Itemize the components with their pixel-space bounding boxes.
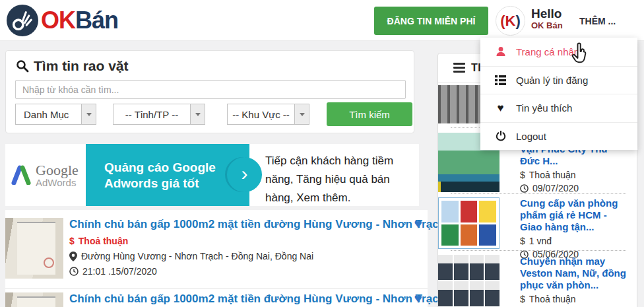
listing-location: Đường Hùng Vương - Nhơn Trạch - Đồng Nai… [69,251,401,261]
listing-price: $ Thoả thuận [69,236,401,246]
listing-feed: Chính chủ bán gấp 1000m2 mặt tiền đường … [5,210,428,307]
search-submit-button[interactable]: Tìm kiếm [327,102,412,126]
adwords-banner[interactable]: Google AdWords Quảng cáo Google Adwords … [5,144,419,206]
listing-thumbnail[interactable] [5,218,63,279]
favorite-heart-icon[interactable]: ♥ [414,291,422,305]
province-select[interactable]: -- Tỉnh/TP -- [113,104,205,125]
listing-title-link[interactable]: Chính chủ bán gấp 1000m2 mặt tiền đường … [69,218,401,231]
search-icon [16,59,29,73]
sidebar-thumbnail[interactable] [438,197,499,249]
location-pin-icon [69,252,77,261]
sidebar-item-price: $ 1 vnđ [520,236,626,246]
search-panel-title: Tìm tin rao vặt [16,58,129,74]
banner-arrow-icon: › [227,157,262,192]
hamburger-icon [453,63,465,73]
dollar-icon: $ [520,294,525,304]
header: OKBán ĐĂNG TIN MIỄN PHÍ (K) Hello OK Bán… [0,0,644,41]
divider [451,250,626,251]
dollar-icon: $ [520,236,525,246]
google-adwords-logo: Google AdWords [11,144,86,206]
sidebar-item-price: $ Thoả thuận [520,294,626,304]
chevron-down-icon [294,104,309,124]
sidebar-item-title-link[interactable]: Cung cấp văn phòng phẩm giá rẻ HCM - Gia… [520,197,626,233]
sidebar-thumbnail[interactable] [438,255,499,306]
favorite-heart-icon[interactable]: ♥ [414,217,422,230]
dollar-icon: $ [69,236,75,246]
user-icon [495,46,506,57]
user-dropdown-menu: Trang cá nhân Quản lý tin đăng ♥ Tin yêu… [480,38,637,150]
search-input[interactable] [15,80,406,99]
listing-row: Chính chủ bán gấp 1000m2 mặt tiền đường … [5,214,428,284]
chevron-down-icon [190,104,205,124]
sidebar-item-title-link[interactable]: Chuyên nhận may Veston Nam, Nữ, đồng phụ… [520,256,626,291]
adwords-wordmark: AdWords [36,178,79,188]
listing-time: 21:01 .15/07/2020 [69,266,401,277]
power-icon [495,131,506,142]
category-select[interactable]: Danh Mục [15,104,96,125]
menu-item-manage-ads[interactable]: Quản lý tin đăng [480,66,637,94]
greeting-text: Hello [531,7,563,21]
chevron-down-icon [81,104,96,124]
site-logo[interactable]: OKBán [7,5,118,36]
sidebar-item-date: 09/07/2020 [520,183,626,193]
district-select[interactable]: -- Khu Vực -- [227,104,309,125]
listing-thumbnail[interactable] [5,292,63,307]
user-greeting[interactable]: Hello OK Bán [531,7,563,31]
logo-text: OKBán [41,7,118,34]
clock-icon [69,267,79,276]
listing-title-link[interactable]: Chính chủ bán gấp 1000m2 mặt tiền đường … [69,292,401,306]
google-wordmark: Google [36,162,79,178]
menu-item-favorites[interactable]: ♥ Tin yêu thích [480,94,637,122]
ok-hand-icon [7,5,38,36]
heart-icon: ♥ [495,102,506,114]
search-panel: Tìm tin rao vặt Danh Mục -- Tỉnh/TP -- -… [5,50,414,133]
banner-teal-block: Quảng cáo Google Adwords giá tốt [86,144,249,206]
user-avatar[interactable]: (K) [496,6,525,36]
clock-icon [520,184,529,193]
adwords-a-icon [11,165,32,185]
banner-headline: Quảng cáo Google Adwords giá tốt [104,160,216,191]
listing-row: Chính chủ bán gấp 1000m2 mặt tiền đường … [5,288,428,307]
more-menu-button[interactable]: THÊM ... [579,16,616,26]
list-icon [495,75,506,86]
dollar-icon: $ [520,170,525,180]
banner-description: Tiếp cận khách hàng tiềm năng, Tăng hiệu… [265,152,414,207]
menu-item-logout[interactable]: Logout [480,122,637,151]
sidebar-item-price: $ Thoả thuận [520,170,626,180]
menu-item-profile[interactable]: Trang cá nhân [480,38,637,66]
username-text: OK Bán [531,21,563,31]
divider [451,193,626,194]
post-ad-button[interactable]: ĐĂNG TIN MIỄN PHÍ [374,7,488,35]
